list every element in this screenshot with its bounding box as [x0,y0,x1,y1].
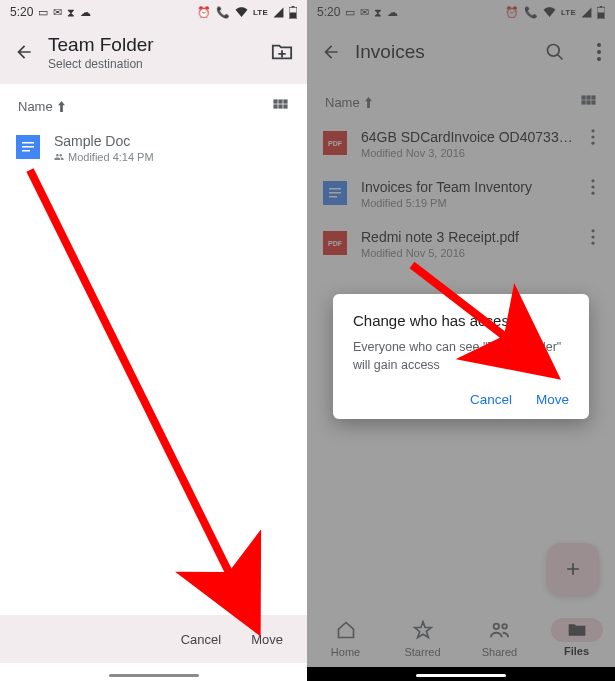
back-button[interactable] [14,42,34,62]
svg-point-30 [591,129,594,132]
svg-rect-3 [273,99,277,103]
sort-button[interactable]: Name [18,99,66,114]
annotation-arrow [20,160,290,660]
fab-add-button[interactable] [547,543,599,595]
status-wifi-icon [543,7,556,17]
svg-point-17 [548,45,560,57]
more-button[interactable] [597,43,601,61]
file-item[interactable]: Invoices for Team Inventory Modified 5:1… [307,169,615,219]
status-mail-icon: ✉ [360,6,369,19]
cancel-button[interactable]: Cancel [181,632,221,647]
file-name: Redmi note 3 Receipt.pdf [361,229,573,245]
status-alarm-icon: ⏰ [197,6,211,19]
status-time: 5:20 [317,5,340,19]
file-item[interactable]: Sample Doc Modified 4:14 PM [0,123,307,173]
status-bar: 5:20 ▭ ✉ ⧗ ☁ ⏰ 📞 LTE [0,0,307,24]
status-signal-icon [581,7,592,18]
svg-point-20 [597,50,601,54]
status-alarm-icon: ⏰ [505,6,519,19]
item-more-button[interactable] [587,129,599,145]
status-lte: LTE [561,8,576,17]
header-subtitle: Select destination [48,57,257,71]
svg-rect-24 [591,95,595,99]
arrow-up-icon [57,101,66,112]
svg-rect-4 [278,99,282,103]
pdf-icon: PDF [323,231,347,255]
dialog-move-button[interactable]: Move [536,392,569,407]
svg-point-44 [591,242,594,245]
shared-icon [54,152,64,162]
item-more-button[interactable] [587,229,599,245]
dialog-body: Everyone who can see "Team Folder" will … [353,339,569,374]
header-title: Invoices [355,41,425,63]
file-item[interactable]: PDF Redmi note 3 Receipt.pdf Modified No… [307,219,615,269]
sort-label: Name [18,99,53,114]
docs-icon [323,181,347,205]
svg-rect-2 [290,12,297,18]
gesture-bar [109,674,199,677]
svg-line-18 [558,55,563,60]
status-lte: LTE [253,8,268,17]
svg-rect-34 [329,188,341,190]
new-folder-button[interactable] [271,42,293,62]
status-time: 5:20 [10,5,33,19]
status-call-icon: 📞 [524,6,538,19]
nav-home[interactable]: Home [307,607,384,667]
search-button[interactable] [545,42,565,62]
svg-point-42 [591,229,594,232]
sort-button[interactable]: Name [325,95,373,110]
item-more-button[interactable] [587,179,599,195]
dialog-title: Change who has access? [353,312,569,329]
file-item[interactable]: PDF 64GB SDCardInvoice OD40733694235... … [307,119,615,169]
file-modified: Modified Nov 3, 2016 [361,147,465,159]
phone-right: 5:20 ▭ ✉ ⧗ ☁ ⏰ 📞 LTE Invoices Name [307,0,615,681]
svg-rect-26 [586,100,590,104]
svg-rect-12 [22,150,30,152]
nav-shared[interactable]: Shared [461,607,538,667]
pdf-icon: PDF [323,131,347,155]
svg-line-13 [30,170,250,615]
svg-rect-7 [278,104,282,108]
svg-point-31 [591,135,594,138]
status-card-icon: ▭ [38,6,48,19]
move-button[interactable]: Move [251,632,283,647]
header-title: Team Folder [48,34,257,56]
svg-point-19 [597,43,601,47]
status-cloud-icon: ☁ [387,6,398,19]
svg-rect-15 [600,6,603,7]
back-button[interactable] [321,42,341,62]
sort-row: Name [0,84,307,123]
file-name: 64GB SDCardInvoice OD40733694235... [361,129,573,145]
nav-label: Starred [404,646,440,658]
home-icon [336,620,356,640]
docs-icon [16,135,40,159]
view-grid-button[interactable] [272,98,289,115]
status-battery-icon [289,6,297,19]
svg-rect-27 [591,100,595,104]
svg-rect-25 [581,100,585,104]
svg-point-37 [591,179,594,182]
svg-point-43 [591,235,594,238]
nav-label: Shared [482,646,517,658]
view-grid-button[interactable] [580,94,597,111]
header: Team Folder Select destination [0,24,307,84]
status-wifi-icon [235,7,248,17]
status-hourglass-icon: ⧗ [374,6,382,19]
bottom-action-bar: Cancel Move [0,615,307,663]
nav-files[interactable]: Files [538,607,615,667]
arrow-up-icon [364,97,373,108]
nav-starred[interactable]: Starred [384,607,461,667]
svg-rect-6 [273,104,277,108]
svg-rect-23 [586,95,590,99]
svg-point-38 [591,185,594,188]
status-cloud-icon: ☁ [80,6,91,19]
svg-rect-11 [22,146,34,148]
file-name: Sample Doc [54,133,291,149]
svg-point-21 [597,57,601,61]
dialog-cancel-button[interactable]: Cancel [470,392,512,407]
gesture-bar [416,674,506,677]
sort-label: Name [325,95,360,110]
svg-rect-22 [581,95,585,99]
status-card-icon: ▭ [345,6,355,19]
status-hourglass-icon: ⧗ [67,6,75,19]
